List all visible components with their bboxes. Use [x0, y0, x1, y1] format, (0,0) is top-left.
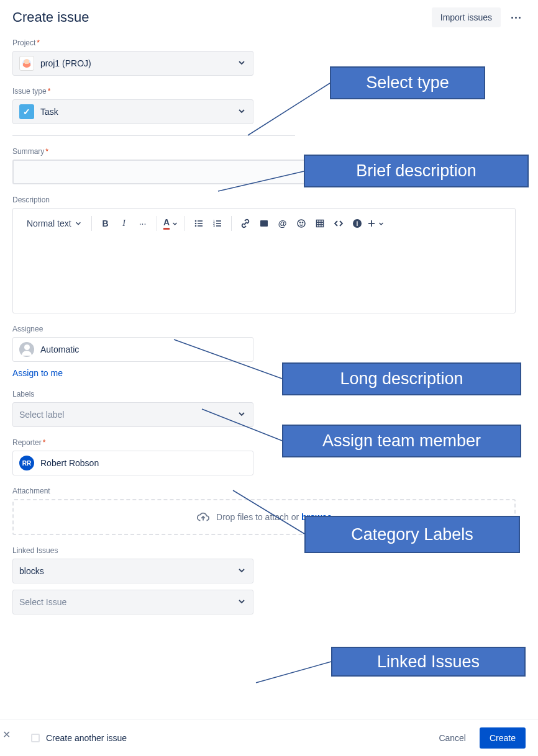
- chevron-down-icon: [238, 410, 245, 420]
- chevron-down-icon: [238, 107, 245, 117]
- svg-text:i: i: [356, 220, 358, 227]
- svg-text:3: 3: [213, 224, 215, 228]
- text-color-icon[interactable]: A: [162, 214, 180, 233]
- labels-placeholder: Select label: [19, 410, 64, 420]
- link-icon[interactable]: [237, 214, 254, 233]
- reporter-avatar-icon: RR: [19, 456, 34, 470]
- cloud-upload-icon: [196, 510, 210, 524]
- create-another-checkbox[interactable]: [31, 734, 40, 742]
- page-title: Create issue: [12, 9, 89, 25]
- reporter-select[interactable]: RR Robert Robson: [12, 451, 253, 475]
- assignee-select[interactable]: Automatic: [12, 337, 253, 362]
- mention-icon[interactable]: @: [274, 214, 291, 233]
- link-relation-value: blocks: [19, 566, 44, 576]
- chevron-down-icon: [238, 58, 245, 68]
- description-editor[interactable]: Normal text B I ··· A 123 @ i: [12, 208, 516, 313]
- chevron-down-icon: [238, 597, 245, 607]
- chevron-down-icon: [238, 566, 245, 576]
- task-icon: [19, 104, 34, 119]
- callout-assign-team-member: Assign team member: [282, 425, 521, 457]
- more-formatting-icon[interactable]: ···: [134, 214, 152, 233]
- create-button[interactable]: Create: [480, 727, 526, 749]
- callout-brief-description: Brief description: [304, 155, 529, 187]
- svg-point-14: [299, 222, 300, 223]
- callout-category-labels: Category Labels: [304, 516, 520, 553]
- callout-select-type: Select type: [330, 66, 485, 99]
- svg-point-2: [194, 223, 196, 225]
- svg-point-0: [194, 220, 196, 222]
- table-icon[interactable]: [311, 214, 329, 233]
- svg-point-4: [194, 225, 196, 227]
- emoji-icon[interactable]: [293, 214, 310, 233]
- svg-rect-3: [198, 223, 203, 224]
- project-avatar-icon: [19, 56, 34, 71]
- description-label: Description: [12, 196, 526, 204]
- link-relation-select[interactable]: blocks: [12, 559, 253, 583]
- editor-toolbar: Normal text B I ··· A 123 @ i: [13, 209, 515, 238]
- svg-rect-11: [216, 225, 221, 227]
- code-icon[interactable]: [330, 214, 347, 233]
- svg-rect-9: [216, 223, 221, 224]
- divider: [12, 135, 295, 136]
- create-another-label: Create another issue: [46, 733, 127, 743]
- image-icon[interactable]: [255, 214, 273, 233]
- attachment-label: Attachment: [12, 487, 526, 495]
- cancel-button[interactable]: Cancel: [431, 728, 473, 748]
- reporter-value: Robert Robson: [40, 458, 99, 468]
- assign-to-me-link[interactable]: Assign to me: [12, 368, 63, 378]
- bold-icon[interactable]: B: [97, 214, 114, 233]
- assignee-value: Automatic: [40, 344, 79, 354]
- callout-long-description: Long description: [282, 362, 521, 395]
- svg-point-13: [298, 220, 305, 227]
- info-icon[interactable]: i: [349, 214, 366, 233]
- import-issues-button[interactable]: Import issues: [432, 7, 501, 27]
- description-textarea[interactable]: [13, 238, 515, 313]
- dialog-footer: ✕ Create another issue Cancel Create: [0, 719, 538, 756]
- close-icon[interactable]: ✕: [0, 726, 13, 743]
- italic-icon[interactable]: I: [116, 214, 133, 233]
- bullet-list-icon[interactable]: [190, 214, 207, 233]
- assignee-label: Assignee: [12, 325, 526, 333]
- project-select[interactable]: proj1 (PROJ): [12, 51, 253, 76]
- callout-linked-issues: Linked Issues: [331, 647, 526, 677]
- more-actions-icon[interactable]: [506, 7, 526, 27]
- svg-rect-1: [198, 220, 203, 222]
- link-issue-select[interactable]: Select Issue: [12, 590, 253, 614]
- svg-rect-5: [198, 225, 203, 227]
- insert-more-icon[interactable]: [367, 214, 385, 233]
- issue-type-value: Task: [40, 107, 58, 117]
- text-style-select[interactable]: Normal text: [22, 214, 86, 233]
- person-icon: [19, 342, 34, 357]
- project-label: Project*: [12, 38, 526, 47]
- link-issue-placeholder: Select Issue: [19, 597, 66, 607]
- svg-rect-7: [216, 220, 221, 222]
- svg-rect-12: [260, 220, 268, 227]
- issue-type-select[interactable]: Task: [12, 99, 253, 124]
- project-value: proj1 (PROJ): [40, 58, 91, 68]
- svg-point-15: [302, 222, 303, 223]
- numbered-list-icon[interactable]: 123: [209, 214, 226, 233]
- labels-select[interactable]: Select label: [12, 402, 253, 427]
- svg-rect-16: [316, 220, 323, 227]
